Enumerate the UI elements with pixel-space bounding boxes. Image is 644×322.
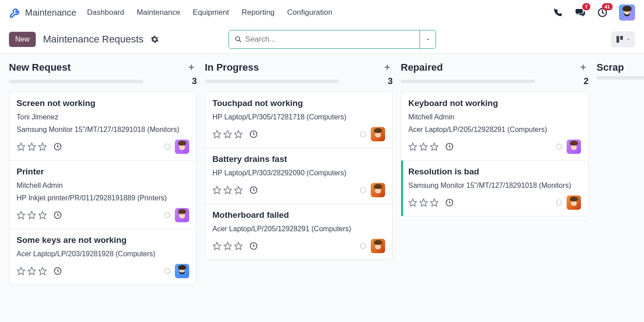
kanban-card[interactable]: Resolution is badSamsung Monitor 15"/MT/…	[401, 161, 588, 216]
assignee-avatar[interactable]	[371, 239, 385, 253]
assignee-avatar[interactable]	[175, 140, 189, 154]
star-icon[interactable]	[212, 242, 221, 250]
star-icon[interactable]	[17, 267, 25, 275]
priority-stars[interactable]	[212, 130, 243, 139]
voip-icon[interactable]	[552, 7, 564, 18]
card-person: Mitchell Admin	[408, 112, 581, 123]
activity-clock-icon[interactable]	[445, 142, 454, 151]
activity-clock-icon[interactable]	[249, 186, 258, 195]
star-icon[interactable]	[17, 142, 25, 151]
nav-item-configuration[interactable]: Configuration	[287, 8, 332, 17]
assignee-avatar[interactable]	[567, 195, 581, 210]
nav-item-maintenance[interactable]: Maintenance	[137, 8, 180, 17]
star-icon[interactable]	[419, 198, 428, 207]
activities-icon[interactable]: 41	[597, 7, 608, 18]
priority-stars[interactable]	[408, 198, 439, 207]
kanban-card[interactable]: PrinterMitchell AdminHP Inkjet printer/P…	[9, 161, 196, 229]
kanban-state-toggle[interactable]	[164, 212, 170, 218]
assignee-avatar[interactable]	[371, 183, 385, 197]
activity-clock-icon[interactable]	[249, 242, 258, 250]
gear-icon[interactable]	[151, 35, 159, 43]
star-icon[interactable]	[38, 142, 47, 151]
column-cards: Touchpad not workingHP Laptop/LP/305/172…	[205, 92, 393, 260]
kanban-state-toggle[interactable]	[164, 144, 170, 150]
kanban-card[interactable]: Motherboard failedAcer Laptop/LP/205/129…	[205, 204, 392, 259]
activity-clock-icon[interactable]	[249, 130, 258, 139]
kanban-state-toggle[interactable]	[556, 144, 562, 150]
new-button[interactable]: New	[9, 32, 36, 47]
star-icon[interactable]	[38, 267, 47, 275]
activity-clock-icon[interactable]	[53, 211, 62, 220]
priority-stars[interactable]	[212, 186, 243, 195]
column-add-button[interactable]: +	[382, 62, 393, 73]
star-icon[interactable]	[223, 242, 232, 250]
column-title[interactable]: Repaired	[401, 62, 443, 73]
search-input[interactable]	[245, 35, 419, 44]
messages-icon[interactable]: 7	[574, 7, 586, 18]
column-title[interactable]: In Progress	[205, 62, 259, 73]
svg-rect-9	[616, 36, 619, 42]
kanban-state-toggle[interactable]	[556, 199, 562, 206]
kanban-card[interactable]: Battery drains fastHP Laptop/LP/303/2829…	[205, 148, 392, 204]
star-icon[interactable]	[234, 186, 243, 195]
star-icon[interactable]	[223, 130, 232, 139]
star-icon[interactable]	[27, 211, 36, 220]
star-icon[interactable]	[234, 242, 243, 250]
kanban-card[interactable]: Touchpad not workingHP Laptop/LP/305/172…	[205, 92, 392, 148]
card-equipment: Samsung Monitor 15"/MT/127/18291018 (Mon…	[408, 180, 581, 191]
kanban-state-toggle[interactable]	[360, 243, 366, 249]
assignee-avatar[interactable]	[371, 127, 385, 141]
card-right	[360, 183, 385, 197]
svg-marker-40	[420, 199, 428, 207]
column-title[interactable]: Scrap	[597, 62, 624, 73]
kanban-card[interactable]: Screen not workingToni JimenezSamsung Mo…	[9, 92, 196, 161]
star-icon[interactable]	[38, 211, 47, 220]
kanban-state-toggle[interactable]	[360, 187, 366, 193]
star-icon[interactable]	[27, 142, 36, 151]
kanban-card[interactable]: Keyboard not workingMitchell AdminAcer L…	[401, 92, 588, 161]
star-icon[interactable]	[212, 130, 221, 139]
star-icon[interactable]	[430, 198, 439, 207]
assignee-avatar[interactable]	[567, 140, 581, 154]
svg-marker-25	[235, 131, 242, 138]
star-icon[interactable]	[223, 186, 232, 195]
column-title[interactable]: New Request	[9, 62, 71, 73]
column-add-button[interactable]: +	[578, 62, 589, 73]
assignee-avatar[interactable]	[175, 208, 189, 222]
view-switcher[interactable]	[611, 31, 635, 47]
column-subheader	[597, 76, 644, 80]
assignee-avatar[interactable]	[175, 264, 189, 278]
column-header: Repaired+	[401, 62, 589, 73]
nav-item-equipment[interactable]: Equipment	[193, 8, 229, 17]
star-icon[interactable]	[430, 142, 439, 151]
star-icon[interactable]	[17, 211, 25, 220]
star-icon[interactable]	[408, 198, 417, 207]
kanban-state-toggle[interactable]	[360, 131, 366, 137]
star-icon[interactable]	[234, 130, 243, 139]
kanban-state-toggle[interactable]	[164, 268, 170, 274]
star-icon[interactable]	[408, 142, 417, 151]
priority-stars[interactable]	[17, 142, 47, 151]
brand[interactable]: Maintenance	[9, 6, 76, 19]
star-icon[interactable]	[212, 186, 221, 195]
star-icon[interactable]	[419, 142, 428, 151]
nav-item-reporting[interactable]: Reporting	[242, 8, 275, 17]
activity-clock-icon[interactable]	[53, 267, 62, 275]
priority-stars[interactable]	[17, 211, 47, 220]
topnav-right: 7 41	[552, 4, 635, 21]
star-icon[interactable]	[27, 267, 36, 275]
column-add-button[interactable]: +	[186, 62, 197, 73]
activity-clock-icon[interactable]	[53, 142, 62, 151]
activities-badge: 41	[602, 3, 613, 10]
nav-item-dashboard[interactable]: Dashboard	[87, 8, 124, 17]
kanban-board: New Request+3Screen not workingToni Jime…	[0, 54, 644, 322]
chevron-down-icon	[626, 37, 631, 42]
activity-clock-icon[interactable]	[445, 198, 454, 207]
priority-stars[interactable]	[212, 242, 243, 250]
priority-stars[interactable]	[408, 142, 439, 151]
priority-stars[interactable]	[17, 267, 47, 275]
kanban-card[interactable]: Some keys are not workingAcer Laptop/LP/…	[9, 229, 196, 284]
svg-marker-27	[213, 186, 221, 194]
user-avatar[interactable]	[619, 4, 635, 21]
search-dropdown[interactable]	[419, 30, 436, 48]
